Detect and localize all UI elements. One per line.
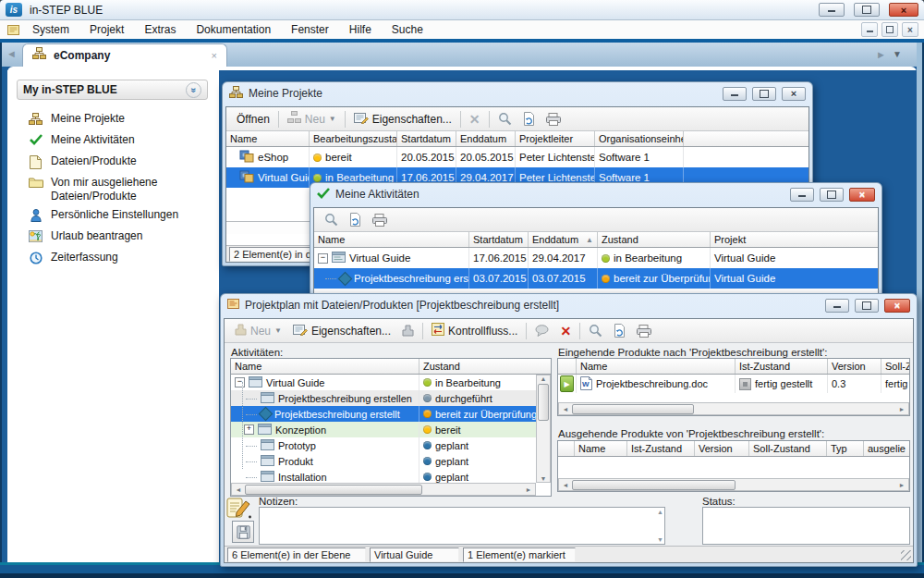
outgoing-horizontal-scrollbar[interactable]: ◄ ► [558,478,909,491]
scroll-right-icon[interactable]: ► [522,486,535,493]
collapse-icon[interactable]: − [318,253,328,264]
search-button[interactable] [319,211,344,228]
notes-edit-icon[interactable] [226,497,251,523]
collapse-chevron-icon[interactable]: » [186,82,201,98]
activities-window-titlebar[interactable]: Meine Aktivitäten × [310,183,881,205]
menu-suche[interactable]: Suche [383,21,432,38]
tree-row[interactable]: −Virtual Guide in Bearbeitung [231,375,551,390]
column-header[interactable]: Bearbeitungszustand [310,131,397,146]
menu-hilfe[interactable]: Hilfe [340,21,381,38]
maximize-button[interactable] [752,87,776,101]
properties-button[interactable]: Eigenschaften... [287,322,396,340]
column-header[interactable]: Enddatum [456,131,516,146]
tree-row[interactable]: Prototyp geplant [231,437,551,453]
column-header[interactable]: Soll-Z [881,359,909,374]
tab-ecompany[interactable]: eCompany × [22,43,227,67]
menu-system[interactable]: System [23,21,79,38]
scrollbar-thumb[interactable] [245,485,422,495]
mdi-close-button[interactable]: × [902,22,918,37]
tab-scroll-right-icon[interactable]: ► [876,49,886,60]
minimize-button[interactable] [819,3,845,17]
column-header[interactable]: Name [314,232,469,247]
minimize-button[interactable] [790,188,814,202]
expand-icon[interactable]: + [244,424,254,435]
incoming-row[interactable]: ▶ W Projektbeschreibung.doc fertig geste… [558,375,909,393]
scroll-left-icon[interactable]: ◄ [559,406,572,412]
column-header[interactable]: Name [575,441,627,456]
scrollbar-thumb[interactable] [572,404,694,414]
column-header[interactable]: Typ [827,441,864,456]
column-header[interactable]: Projekt [711,232,878,247]
scroll-right-icon[interactable]: ► [895,482,908,488]
scroll-up-icon[interactable]: ▲ [537,375,550,382]
scroll-right-icon[interactable]: ► [895,406,908,412]
column-header[interactable]: ausgelie [864,441,909,456]
refresh-button[interactable] [517,110,541,128]
new-button[interactable]: Neu ▼ [282,109,342,129]
tree-row[interactable]: Projektbeschreibung erstellen durchgefüh… [231,390,551,406]
refresh-button[interactable] [344,211,367,228]
sidebar-item-einstellungen[interactable]: Persönliche Einstellungen [28,208,178,222]
save-notes-button[interactable] [232,521,254,543]
scrollbar-thumb[interactable] [538,384,549,421]
tree-horizontal-scrollbar[interactable]: ◄ ► [231,483,536,496]
open-product-play-icon[interactable]: ▶ [560,375,574,392]
tree-row[interactable]: Produkt geplant [231,453,551,469]
menu-extras[interactable]: Extras [135,21,185,38]
notes-textarea[interactable]: ▲ ▼ [259,507,665,545]
column-header[interactable]: Name [577,359,736,374]
print-button[interactable] [631,323,657,339]
maximize-button[interactable] [854,3,880,17]
incoming-horizontal-scrollbar[interactable]: ◄ ► [558,402,909,415]
tab-list-icon[interactable]: ▼ [893,49,902,59]
column-header[interactable]: Version [828,359,881,374]
close-button[interactable]: × [884,299,910,313]
activity-row-virtual-guide[interactable]: − Virtual Guide 17.06.2015 29.04.2017 in… [314,248,878,268]
sidebar-item-dateien-produkte[interactable]: Dateien/Produkte [28,154,137,169]
tree-row[interactable]: +Konzeption bereit [231,422,551,437]
scrollbar-thumb[interactable] [572,480,736,490]
controlflow-button[interactable]: Kontrollfluss... [426,321,523,340]
open-button[interactable]: Öffnen [231,111,275,128]
sidebar-item-urlaub[interactable]: Urlaub beantragen [28,229,142,243]
comment-button[interactable] [529,323,554,338]
projects-window-titlebar[interactable]: Meine Projekte × [223,82,812,105]
close-button[interactable]: × [849,188,875,202]
tree-vertical-scrollbar[interactable]: ▲ ▼ [536,375,551,483]
column-header[interactable]: Zustand [598,232,711,247]
scroll-up-icon[interactable]: ▲ [657,509,663,515]
scroll-left-icon[interactable]: ◄ [559,482,572,488]
column-header[interactable]: Ist-Zustand [736,359,828,374]
sidebar-item-meine-projekte[interactable]: Meine Projekte [28,112,125,126]
column-header[interactable]: Name [226,131,310,146]
column-header[interactable]: Soll-Zustand [749,441,827,456]
column-header[interactable]: Organisationseinheit [595,131,684,146]
scroll-down-icon[interactable]: ▼ [657,536,663,543]
column-header[interactable]: Startdatum [397,131,456,146]
sidebar-header[interactable]: My in-STEP BLUE » [17,80,208,100]
tab-scroll-left-icon[interactable]: ◄ [6,48,17,59]
search-button[interactable] [492,110,517,128]
close-button[interactable]: × [889,3,918,17]
mdi-minimize-button[interactable] [861,22,878,37]
menu-projekt[interactable]: Projekt [80,21,133,38]
column-header[interactable]: Ist-Zustand [627,441,695,456]
properties-button[interactable]: Eigenschaften... [348,110,457,129]
menu-dokumentation[interactable]: Dokumentation [187,21,280,38]
column-header[interactable]: Zustand [419,359,551,374]
search-button[interactable] [583,322,608,339]
column-header[interactable]: Version [695,441,749,456]
plan-window-titlebar[interactable]: Projektplan mit Dateien/Produkten [Proje… [221,294,917,316]
project-row-eshop[interactable]: eShop bereit 20.05.2015 20.05.2015 Peter… [226,147,808,167]
scroll-down-icon[interactable]: ▼ [537,475,550,482]
column-header[interactable]: Name [231,359,419,374]
maximize-button[interactable] [855,299,879,313]
collapse-icon[interactable]: − [235,377,245,387]
sidebar-item-ausgeliehene[interactable]: Von mir ausgeliehene Dateien/Produkte [28,176,199,203]
minimize-button[interactable] [825,299,849,313]
refresh-button[interactable] [608,322,631,339]
status-textarea[interactable] [702,507,910,545]
resize-grip[interactable] [901,550,911,560]
column-header[interactable]: Enddatum▲ [529,232,598,247]
mdi-restore-button[interactable] [881,22,898,37]
